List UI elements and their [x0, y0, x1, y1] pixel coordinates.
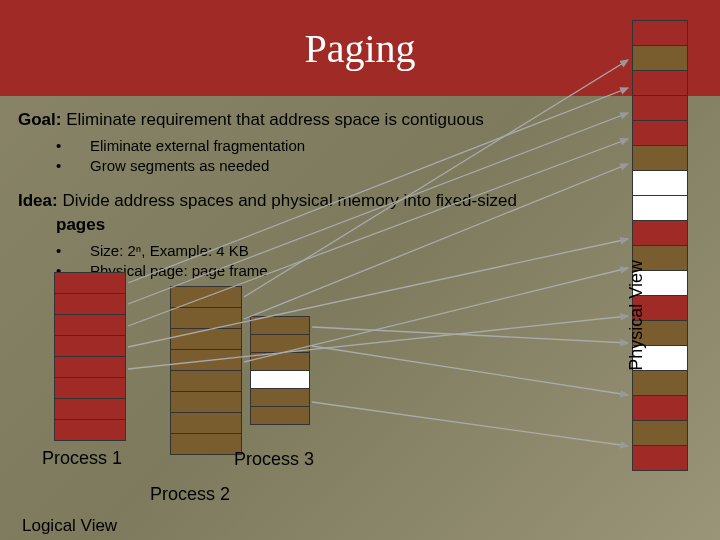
logical-page	[170, 370, 242, 392]
logical-page	[170, 286, 242, 308]
process1-label: Process 1	[42, 448, 122, 469]
svg-line-10	[312, 402, 628, 446]
goal-lead: Goal:	[18, 110, 61, 129]
phys-frame	[632, 395, 688, 421]
phys-frame	[632, 120, 688, 146]
process2-pages	[170, 286, 242, 454]
logical-page	[170, 328, 242, 350]
bullet-text: Grow segments as needed	[90, 156, 269, 176]
phys-frame	[632, 20, 688, 46]
idea-lead: Idea:	[18, 191, 58, 210]
content-area: Goal: Eliminate requirement that address…	[18, 110, 610, 295]
bullet-text: Eliminate external fragmentation	[90, 136, 305, 156]
goal-line: Goal: Eliminate requirement that address…	[18, 110, 610, 130]
logical-page	[54, 419, 126, 441]
logical-view-label: Logical View	[22, 516, 117, 536]
physical-memory-column	[632, 20, 688, 470]
bullet-icon: •	[56, 136, 90, 156]
phys-frame	[632, 70, 688, 96]
logical-page	[170, 349, 242, 371]
idea-cont: pages	[56, 215, 610, 235]
phys-frame	[632, 220, 688, 246]
phys-frame	[632, 145, 688, 171]
phys-frame	[632, 170, 688, 196]
idea-line: Idea: Divide address spaces and physical…	[18, 191, 610, 211]
phys-frame	[632, 370, 688, 396]
process3-label: Process 3	[234, 449, 314, 470]
goal-bullets: •Eliminate external fragmentation •Grow …	[56, 136, 610, 177]
header-bar: Paging	[0, 0, 720, 96]
logical-page	[54, 398, 126, 420]
slide: Paging Goal: Eliminate requirement that …	[0, 0, 720, 540]
logical-page	[170, 433, 242, 455]
idea-bullets: •Size: 2ⁿ, Example: 4 KB •Physical page:…	[56, 241, 610, 282]
process3-pages	[250, 316, 310, 424]
process2-label: Process 2	[150, 484, 230, 505]
phys-frame	[632, 445, 688, 471]
logical-page	[170, 412, 242, 434]
list-item: •Physical page: page frame	[56, 261, 610, 281]
list-item: •Size: 2ⁿ, Example: 4 KB	[56, 241, 610, 261]
logical-page	[250, 316, 310, 335]
idea-text: Divide address spaces and physical memor…	[58, 191, 517, 210]
logical-page	[250, 370, 310, 389]
logical-page	[250, 334, 310, 353]
bullet-icon: •	[56, 156, 90, 176]
logical-page	[170, 391, 242, 413]
logical-page	[250, 388, 310, 407]
svg-line-8	[312, 327, 628, 343]
logical-page	[54, 377, 126, 399]
logical-page	[54, 335, 126, 357]
physical-view-label: Physical View	[626, 260, 647, 371]
logical-page	[54, 272, 126, 294]
logical-page	[250, 352, 310, 371]
bullet-text: Size: 2ⁿ, Example: 4 KB	[90, 241, 249, 261]
phys-frame	[632, 45, 688, 71]
logical-page	[54, 293, 126, 315]
phys-frame	[632, 420, 688, 446]
page-title: Paging	[304, 25, 415, 72]
svg-line-9	[312, 346, 628, 395]
logical-page	[250, 406, 310, 425]
bullet-icon: •	[56, 241, 90, 261]
list-item: •Eliminate external fragmentation	[56, 136, 610, 156]
goal-text: Eliminate requirement that address space…	[61, 110, 483, 129]
phys-frame	[632, 195, 688, 221]
process1-pages	[54, 272, 126, 440]
list-item: •Grow segments as needed	[56, 156, 610, 176]
logical-page	[170, 307, 242, 329]
logical-page	[54, 314, 126, 336]
phys-frame	[632, 95, 688, 121]
logical-page	[54, 356, 126, 378]
